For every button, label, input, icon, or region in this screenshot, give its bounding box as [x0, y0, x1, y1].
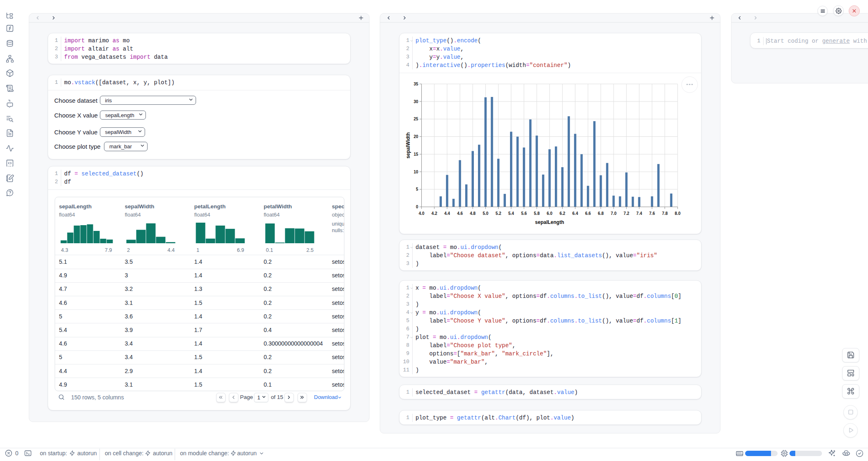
- svg-text:20: 20: [413, 134, 418, 139]
- svg-text:5.2: 5.2: [496, 211, 501, 216]
- svg-text:4.0: 4.0: [419, 211, 425, 216]
- svg-text:6.4: 6.4: [573, 211, 578, 216]
- svg-text:5: 5: [416, 187, 418, 191]
- svg-text:7.4: 7.4: [636, 211, 642, 216]
- svg-text:sepalLength: sepalLength: [535, 219, 564, 225]
- svg-text:4.8: 4.8: [470, 211, 476, 216]
- svg-text:5.0: 5.0: [482, 211, 488, 216]
- svg-text:sepalWidth: sepalWidth: [405, 132, 411, 159]
- svg-text:4.4: 4.4: [444, 211, 450, 216]
- svg-text:15: 15: [413, 152, 418, 157]
- svg-text:30: 30: [413, 99, 418, 104]
- svg-text:0: 0: [416, 205, 418, 209]
- svg-text:4.2: 4.2: [432, 211, 437, 216]
- svg-text:35: 35: [413, 82, 418, 86]
- svg-text:7.2: 7.2: [623, 211, 629, 216]
- svg-text:25: 25: [413, 117, 418, 121]
- svg-text:5.6: 5.6: [521, 211, 527, 216]
- svg-text:6.6: 6.6: [585, 211, 591, 216]
- svg-text:7.0: 7.0: [611, 211, 616, 216]
- svg-text:5.4: 5.4: [508, 211, 514, 216]
- svg-text:6.0: 6.0: [547, 211, 552, 216]
- svg-text:10: 10: [413, 170, 418, 174]
- svg-text:6.8: 6.8: [598, 211, 604, 216]
- svg-text:7.8: 7.8: [662, 211, 668, 216]
- svg-text:7.6: 7.6: [649, 211, 655, 216]
- svg-text:8.0: 8.0: [675, 211, 681, 216]
- svg-text:6.2: 6.2: [559, 211, 565, 216]
- svg-text:4.6: 4.6: [457, 211, 463, 216]
- svg-text:5.8: 5.8: [534, 211, 540, 216]
